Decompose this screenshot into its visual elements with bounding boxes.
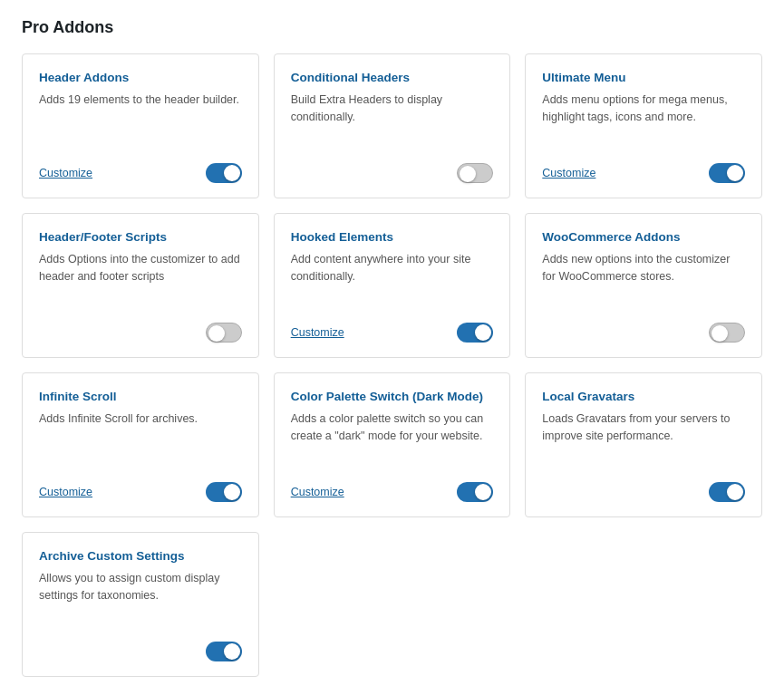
card-title-ultimate-menu: Ultimate Menu [542, 71, 745, 84]
card-footer-archive-custom-settings [39, 642, 242, 661]
card-color-palette-switch: Color Palette Switch (Dark Mode)Adds a c… [274, 372, 511, 517]
card-footer-header-addons: Customize [39, 163, 242, 183]
card-title-woocommerce-addons: WooCommerce Addons [542, 230, 745, 244]
toggle-local-gravatars[interactable] [709, 482, 745, 502]
toggle-track-woocommerce-addons [709, 323, 745, 343]
toggle-track-local-gravatars [709, 482, 745, 502]
card-archive-custom-settings: Archive Custom SettingsAllows you to ass… [22, 532, 259, 677]
card-conditional-headers: Conditional HeadersBuild Extra Headers t… [274, 53, 511, 198]
card-title-header-footer-scripts: Header/Footer Scripts [39, 230, 242, 244]
customize-link-ultimate-menu[interactable]: Customize [542, 167, 595, 179]
toggle-ultimate-menu[interactable] [709, 163, 745, 183]
card-desc-hooked-elements: Add content anywhere into your site cond… [291, 251, 494, 312]
toggle-track-color-palette-switch [457, 482, 493, 502]
toggle-track-archive-custom-settings [206, 642, 242, 661]
toggle-infinite-scroll[interactable] [206, 482, 242, 502]
toggle-thumb-ultimate-menu [727, 165, 743, 181]
toggle-track-ultimate-menu [709, 163, 745, 183]
card-desc-local-gravatars: Loads Gravatars from your servers to imp… [542, 410, 745, 471]
card-title-local-gravatars: Local Gravatars [542, 390, 745, 403]
toggle-header-footer-scripts[interactable] [206, 323, 242, 343]
toggle-woocommerce-addons[interactable] [709, 323, 745, 343]
toggle-track-header-footer-scripts [206, 323, 242, 343]
customize-link-header-addons[interactable]: Customize [39, 167, 92, 179]
customize-link-color-palette-switch[interactable]: Customize [291, 486, 344, 498]
toggle-thumb-infinite-scroll [224, 484, 240, 500]
card-header-footer-scripts: Header/Footer ScriptsAdds Options into t… [22, 213, 259, 358]
card-footer-ultimate-menu: Customize [542, 163, 745, 183]
card-title-conditional-headers: Conditional Headers [291, 71, 494, 84]
card-header-addons: Header AddonsAdds 19 elements to the hea… [22, 53, 259, 198]
card-desc-color-palette-switch: Adds a color palette switch so you can c… [291, 410, 494, 471]
toggle-thumb-woocommerce-addons [711, 325, 728, 342]
card-desc-header-footer-scripts: Adds Options into the customizer to add … [39, 251, 242, 312]
card-footer-hooked-elements: Customize [291, 323, 494, 343]
card-hooked-elements: Hooked ElementsAdd content anywhere into… [274, 213, 511, 358]
card-title-hooked-elements: Hooked Elements [291, 230, 494, 244]
addons-grid: Header AddonsAdds 19 elements to the hea… [22, 53, 762, 677]
card-footer-conditional-headers [291, 163, 494, 183]
toggle-thumb-header-footer-scripts [208, 325, 225, 342]
card-title-archive-custom-settings: Archive Custom Settings [39, 549, 242, 563]
toggle-conditional-headers[interactable] [457, 163, 493, 183]
card-infinite-scroll: Infinite ScrollAdds Infinite Scroll for … [22, 372, 259, 517]
customize-link-hooked-elements[interactable]: Customize [291, 326, 344, 339]
card-footer-woocommerce-addons [542, 323, 745, 343]
card-footer-local-gravatars [542, 482, 745, 502]
toggle-thumb-local-gravatars [727, 484, 743, 500]
toggle-track-infinite-scroll [206, 482, 242, 502]
card-ultimate-menu: Ultimate MenuAdds menu options for mega … [525, 53, 762, 198]
toggle-thumb-archive-custom-settings [224, 643, 240, 660]
card-footer-infinite-scroll: Customize [39, 482, 242, 502]
toggle-header-addons[interactable] [206, 163, 242, 183]
card-desc-header-addons: Adds 19 elements to the header builder. [39, 92, 242, 152]
toggle-hooked-elements[interactable] [457, 323, 493, 343]
page-title: Pro Addons [22, 18, 762, 37]
card-desc-archive-custom-settings: Allows you to assign custom display sett… [39, 570, 242, 631]
card-title-color-palette-switch: Color Palette Switch (Dark Mode) [291, 390, 494, 403]
toggle-track-hooked-elements [457, 323, 493, 343]
card-footer-color-palette-switch: Customize [291, 482, 494, 502]
card-desc-infinite-scroll: Adds Infinite Scroll for archives. [39, 410, 242, 471]
card-title-infinite-scroll: Infinite Scroll [39, 390, 242, 403]
card-desc-conditional-headers: Build Extra Headers to display condition… [291, 92, 494, 152]
card-desc-ultimate-menu: Adds menu options for mega menus, highli… [542, 92, 745, 152]
card-footer-header-footer-scripts [39, 323, 242, 343]
toggle-archive-custom-settings[interactable] [206, 642, 242, 661]
card-title-header-addons: Header Addons [39, 71, 242, 84]
toggle-thumb-conditional-headers [460, 166, 476, 182]
toggle-track-header-addons [206, 163, 242, 183]
toggle-color-palette-switch[interactable] [457, 482, 493, 502]
card-local-gravatars: Local GravatarsLoads Gravatars from your… [525, 372, 762, 517]
toggle-track-conditional-headers [457, 163, 493, 183]
card-woocommerce-addons: WooCommerce AddonsAdds new options into … [525, 213, 762, 358]
customize-link-infinite-scroll[interactable]: Customize [39, 486, 92, 498]
toggle-thumb-color-palette-switch [475, 484, 491, 500]
card-desc-woocommerce-addons: Adds new options into the customizer for… [542, 251, 745, 312]
toggle-thumb-header-addons [224, 165, 240, 181]
toggle-thumb-hooked-elements [475, 324, 491, 341]
